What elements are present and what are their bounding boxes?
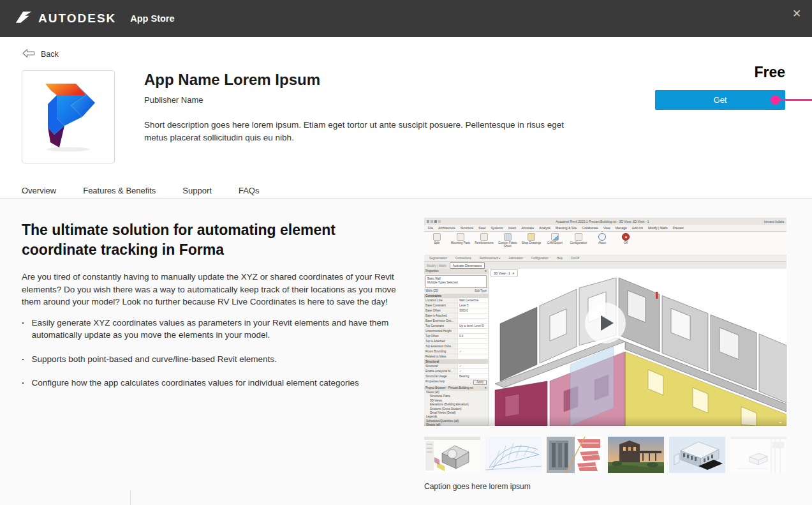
- app-logo: [36, 81, 100, 153]
- video-bottom-fade: [424, 416, 786, 426]
- revit-property-row: Unconnected Height: [424, 329, 488, 334]
- revit-tool-label: CAM Export: [547, 241, 563, 245]
- revit-tool-icon: [598, 233, 606, 241]
- revit-tool-button: Off: [616, 233, 636, 255]
- revit-tool-group-label: Reinforcement ▾: [480, 257, 501, 260]
- detail-tabs: OverviewFeatures & BenefitsSupportFAQs: [22, 182, 259, 199]
- stray-divider: [130, 490, 131, 505]
- revit-type-filter: Walls (23) Edit Type: [424, 289, 488, 294]
- revit-browser-title: Project Browser - Precast Building.rvt: [425, 386, 473, 390]
- close-icon[interactable]: ✕: [788, 5, 806, 23]
- revit-tool-button: Mounting Parts: [450, 233, 471, 255]
- revit-type-selector: Basic Wall Multiple Types Selected: [425, 275, 487, 288]
- revit-ribbon-tab: Structure: [458, 225, 476, 231]
- revit-ribbon-tab: File: [425, 225, 436, 231]
- revit-ribbon-tools: Split Mounting Parts Reinforcement Custo…: [424, 232, 786, 255]
- revit-properties-footer: Properties help Apply: [424, 379, 488, 386]
- overview-section: The ultimate solution for automating ele…: [22, 220, 407, 401]
- revit-tool-icon: [551, 233, 559, 241]
- revit-view-tab: 3D View - 1✕: [491, 269, 518, 276]
- back-button[interactable]: Back: [22, 49, 59, 60]
- revit-tool-button: Shop Drawings: [521, 233, 542, 255]
- revit-quick-access-icons: [427, 220, 441, 223]
- overview-paragraph: Are you tired of constantly having to ma…: [22, 271, 407, 308]
- tab-item[interactable]: FAQs: [239, 182, 260, 199]
- tab-item[interactable]: Overview: [22, 182, 56, 199]
- tab-item[interactable]: Support: [182, 182, 212, 199]
- revit-tool-button: Custom Fabric Sheet: [498, 233, 518, 255]
- revit-ribbon-tab: Analyze: [536, 225, 553, 231]
- revit-ribbon-tab: Massing & Site: [553, 225, 579, 231]
- back-arrow-icon: [22, 49, 35, 60]
- revit-3d-canvas: 3D View - 1✕: [489, 269, 786, 426]
- video-chevron-icon: ⌄: [778, 418, 783, 425]
- revit-tool-icon: [622, 233, 630, 241]
- revit-ribbon-tabs: FileArchitectureStructureSteelSystemsIns…: [424, 225, 786, 232]
- annotation-dot: [771, 95, 780, 105]
- revit-ribbon-tab: Precast: [670, 225, 686, 231]
- get-button[interactable]: Get: [655, 90, 785, 110]
- bullet-item: · Configure how the app calculates coord…: [22, 377, 407, 389]
- revit-property-row: Structural✓: [424, 364, 488, 369]
- revit-tool-label: Split: [434, 241, 440, 245]
- revit-screenshot-thumb[interactable]: [424, 437, 480, 473]
- overview-bullet-list: · Easily generate XYZ coordinates values…: [22, 317, 407, 389]
- revit-property-row: Top is Attached: [424, 339, 488, 344]
- revit-section-constraints: Constraints: [424, 294, 488, 298]
- revit-tool-group-label: Help: [557, 257, 563, 260]
- app-title: App Name Lorem Ipsum: [144, 71, 320, 89]
- revit-property-row: Top ConstraintUp to level: Level 5: [424, 324, 488, 329]
- revit-property-row: Related to Mass: [424, 354, 488, 359]
- revit-structural-rows: Structural✓ Enable Analytical M...✓ Stru…: [424, 364, 488, 379]
- bullet-dot: ·: [22, 353, 25, 366]
- revit-tool-button: Split: [427, 233, 447, 255]
- revit-constraints-rows: Location LineWall Centerline Base Constr…: [424, 298, 488, 359]
- revit-tool-button: CAM Export: [545, 233, 565, 255]
- back-label: Back: [41, 50, 59, 59]
- annotation-line: [776, 99, 812, 101]
- revit-tool-label: Shop Drawings: [522, 241, 542, 245]
- revit-property-row: Location LineWall Centerline: [424, 298, 488, 303]
- revit-ribbon-tab: Manage: [613, 225, 630, 231]
- revit-tool-button: Reinforcement: [474, 233, 494, 255]
- revit-tool-group-label: Fabrication: [509, 257, 523, 260]
- revit-tool-group-label: Segmentation: [429, 257, 447, 260]
- revit-user-name: tomasz.fudala: [764, 220, 784, 223]
- blue-wireframe-structure-thumb[interactable]: [485, 437, 542, 473]
- revit-tool-icon: [575, 233, 582, 241]
- revit-tool-group-label: Connections: [455, 257, 471, 260]
- autodesk-brand: AUTODESK App Store: [15, 10, 175, 27]
- revit-property-row: Top Offset0.0: [424, 334, 488, 339]
- revit-property-row: Structural UsageBearing: [424, 374, 488, 379]
- revit-tool-icon: [480, 233, 488, 241]
- play-button[interactable]: [585, 303, 626, 343]
- bim-iso-model-thumb[interactable]: [669, 437, 725, 473]
- tab-item[interactable]: Features & Benefits: [83, 182, 156, 199]
- bullet-dot: ·: [22, 317, 25, 342]
- bullet-item: · Supports both point-based and curve/li…: [22, 353, 407, 366]
- revit-ribbon-tab: Modify | Walls: [646, 225, 670, 231]
- video-player[interactable]: Autodesk Revit 2020.1 Precast Building.r…: [424, 218, 786, 426]
- revit-properties-close-icon: ✕: [484, 269, 487, 273]
- revit-tool-icon: [433, 233, 441, 241]
- revit-property-row: Room Bounding✓: [424, 349, 488, 354]
- revit-ribbon-tab: Insert: [506, 225, 519, 231]
- overview-heading: The ultimate solution for automating ele…: [22, 220, 382, 260]
- revit-tool-group-label: On/Off: [571, 257, 579, 260]
- top-bar: AUTODESK App Store ✕: [0, 0, 812, 37]
- play-icon: [601, 315, 614, 331]
- product-name: App Store: [130, 13, 174, 24]
- revit-tool-button: About: [592, 233, 612, 255]
- revit-ribbon-tab: Steel: [476, 225, 488, 231]
- revit-ribbon-tab: Architecture: [436, 225, 458, 231]
- revit-tool-icon: [457, 233, 464, 241]
- publisher-name: Publisher Name: [144, 95, 203, 105]
- revit-tool-icon: [528, 233, 535, 241]
- revit-tool-group-label: Configuration: [531, 257, 549, 260]
- light-cad-view-thumb[interactable]: [730, 437, 786, 473]
- revit-tool-button: Configuration: [568, 233, 589, 255]
- revit-tool-label: Reinforcement: [475, 241, 493, 245]
- revit-property-row: Base Extension Dist...: [424, 319, 488, 324]
- facade-and-red-plan-thumb[interactable]: [547, 437, 603, 473]
- photoreal-render-thumb[interactable]: [608, 437, 664, 473]
